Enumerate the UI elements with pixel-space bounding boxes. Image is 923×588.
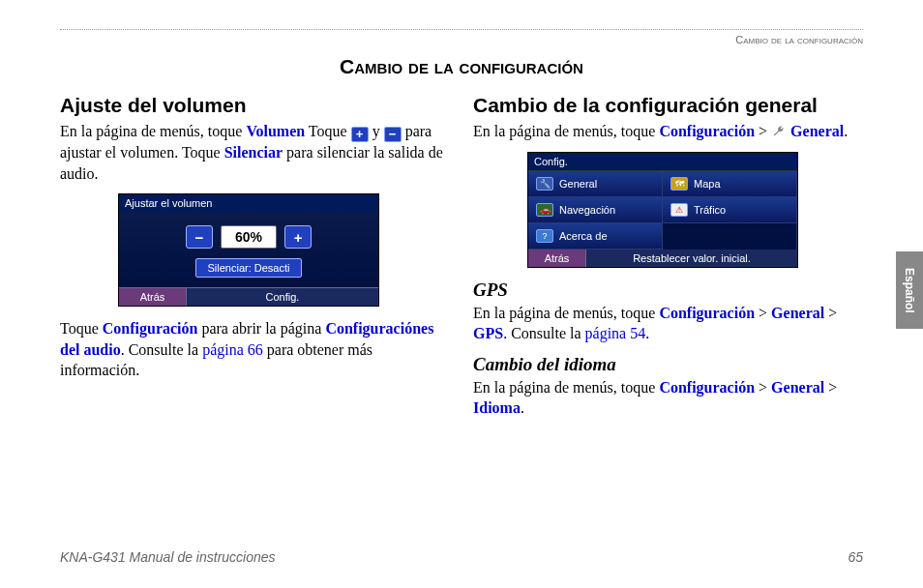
- screenshot-config: Config. 🔧General 🗺Mapa 🚗Navegación ⚠Tráf…: [527, 152, 798, 268]
- para-volume: En la página de menús, toque Volumen Toq…: [60, 121, 450, 184]
- text: En la página de menús, toque: [473, 123, 659, 139]
- text: En la página de menús, toque: [473, 379, 659, 396]
- volume-plus-button[interactable]: +: [284, 225, 312, 249]
- dot: .: [844, 123, 848, 139]
- heading-idioma: Cambio del idioma: [473, 354, 863, 375]
- screenshot-footer: Atrás Config.: [119, 287, 378, 306]
- para-gps: En la página de menús, toque Configuraci…: [473, 303, 863, 344]
- label: Mapa: [694, 178, 721, 190]
- sep: >: [824, 305, 837, 321]
- sep: >: [824, 379, 837, 396]
- cell-general[interactable]: 🔧General: [528, 171, 663, 197]
- keyword-silenciar: Silenciar: [224, 144, 283, 161]
- left-column: Ajuste del volumen En la página de menús…: [60, 94, 450, 428]
- text: Toque: [305, 123, 350, 139]
- keyword-general: General: [771, 305, 824, 321]
- plus-icon: +: [351, 127, 369, 142]
- content-columns: Ajuste del volumen En la página de menús…: [60, 94, 863, 428]
- volume-minus-button[interactable]: −: [186, 225, 213, 249]
- page-footer: KNA-G431 Manual de instrucciones 65: [60, 549, 863, 565]
- keyword-configuracion: Configuración: [659, 123, 755, 139]
- label: Tráfico: [694, 204, 726, 216]
- page-title: Cambio de la configuración: [60, 55, 863, 78]
- keyword-configuracion: Configuración: [103, 320, 198, 337]
- volume-value: 60%: [221, 225, 277, 249]
- right-column: Cambio de la configuración general En la…: [473, 94, 863, 428]
- reset-button[interactable]: Restablecer valor. inicial.: [586, 250, 797, 267]
- screenshot-title: Config.: [528, 153, 797, 170]
- screenshot-title: Ajustar el volumen: [119, 194, 378, 212]
- keyword-general: General: [771, 379, 824, 396]
- car-icon: 🚗: [536, 203, 553, 217]
- minus-icon: −: [384, 127, 402, 142]
- heading-gps: GPS: [473, 279, 863, 301]
- para-general: En la página de menús, toque Configuraci…: [473, 121, 863, 142]
- label: Acerca de: [559, 230, 608, 242]
- config-button[interactable]: Config.: [187, 287, 378, 306]
- back-button[interactable]: Atrás: [528, 250, 586, 267]
- keyword-gps: GPS: [473, 325, 503, 341]
- volume-row: − 60% +: [186, 225, 312, 249]
- footer-manual: KNA-G431 Manual de instrucciones: [60, 549, 276, 565]
- cell-empty: [663, 223, 797, 250]
- back-button[interactable]: Atrás: [119, 287, 187, 306]
- para-idioma: En la página de menús, toque Configuraci…: [473, 377, 863, 419]
- cell-acerca[interactable]: ?Acerca de: [528, 223, 663, 250]
- map-icon: 🗺: [670, 177, 688, 191]
- text: En la página de menús, toque: [60, 123, 246, 139]
- info-icon: ?: [536, 229, 553, 243]
- footer-page: 65: [848, 549, 863, 565]
- keyword-idioma: Idioma: [473, 399, 521, 416]
- text: En la página de menús, toque: [473, 305, 659, 321]
- cell-mapa[interactable]: 🗺Mapa: [663, 171, 797, 197]
- language-tab[interactable]: Español: [896, 251, 923, 329]
- keyword-general: General: [790, 123, 844, 139]
- config-grid: 🔧General 🗺Mapa 🚗Navegación ⚠Tráfico ?Ace…: [528, 170, 797, 250]
- sep: >: [755, 123, 771, 139]
- wrench-icon: 🔧: [536, 177, 553, 191]
- sep: >: [755, 379, 771, 396]
- link-page54[interactable]: página 54: [585, 325, 646, 341]
- sep: >: [755, 305, 771, 321]
- dot: .: [645, 325, 649, 341]
- mute-button[interactable]: Silenciar: Desacti: [195, 258, 303, 278]
- text: Toque: [60, 320, 103, 337]
- heading-volume: Ajuste del volumen: [60, 94, 450, 117]
- para-config-audio: Toque Configuración para abrir la página…: [60, 318, 450, 381]
- page: Cambio de la configuración Cambio de la …: [0, 0, 923, 588]
- wrench-icon: [771, 125, 787, 138]
- link-page66[interactable]: página 66: [202, 341, 263, 358]
- text: y: [369, 123, 384, 139]
- header-breadcrumb: Cambio de la configuración: [60, 29, 863, 45]
- cell-trafico[interactable]: ⚠Tráfico: [663, 197, 797, 223]
- text: . Consulte la: [503, 325, 584, 341]
- cell-navegacion[interactable]: 🚗Navegación: [528, 197, 663, 223]
- keyword-configuracion: Configuración: [659, 305, 755, 321]
- heading-general: Cambio de la configuración general: [473, 94, 863, 117]
- screenshot-footer: Atrás Restablecer valor. inicial.: [528, 250, 797, 267]
- text: para abrir la página: [197, 320, 325, 337]
- screenshot-body: − 60% + Silenciar: Desacti: [119, 212, 378, 287]
- warning-icon: ⚠: [670, 203, 688, 217]
- screenshot-volume: Ajustar el volumen − 60% + Silenciar: De…: [118, 193, 379, 307]
- keyword-volumen: Volumen: [246, 123, 305, 139]
- label: General: [559, 178, 597, 190]
- dot: .: [521, 399, 524, 416]
- label: Navegación: [559, 204, 615, 216]
- keyword-configuracion: Configuración: [659, 379, 755, 396]
- text: . Consulte la: [121, 341, 202, 358]
